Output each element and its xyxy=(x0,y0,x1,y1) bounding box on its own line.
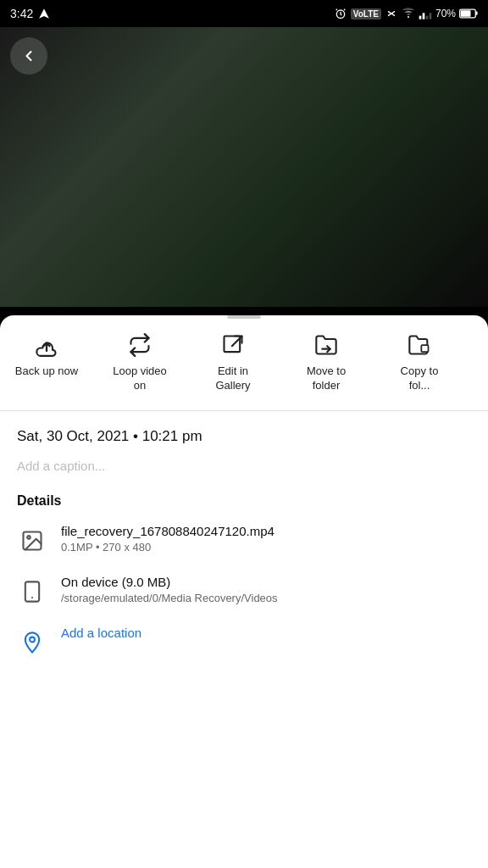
loop-svg xyxy=(128,333,152,357)
svg-marker-0 xyxy=(39,8,49,19)
location-text[interactable]: Add a location xyxy=(61,626,141,641)
file-detail-row: file_recovery_167808840247120.mp4 0.1MP … xyxy=(17,524,471,556)
svg-rect-16 xyxy=(25,581,39,601)
edit-external-svg xyxy=(221,333,245,357)
file-meta: 0.1MP • 270 x 480 xyxy=(61,541,274,554)
folder-move-icon xyxy=(313,332,339,358)
svg-rect-10 xyxy=(225,337,241,353)
battery-icon xyxy=(459,8,478,19)
action-copy[interactable]: Copy tofol... xyxy=(373,329,466,397)
file-info: file_recovery_167808840247120.mp4 0.1MP … xyxy=(61,524,274,554)
phone-icon xyxy=(17,576,47,607)
folder-copy-svg xyxy=(408,333,431,357)
status-icons: VoLTE 70% xyxy=(334,7,478,20)
storage-detail-row: On device (9.0 MB) /storage/emulated/0/M… xyxy=(17,575,471,607)
location-pin-icon xyxy=(17,627,47,658)
video-preview xyxy=(0,27,488,307)
backup-label: Back up now xyxy=(15,364,78,379)
date-time: Sat, 30 Oct, 2021 • 10:21 pm xyxy=(17,428,471,445)
details-title: Details xyxy=(17,493,471,509)
action-edit[interactable]: Edit inGallery xyxy=(186,329,280,397)
add-location-link[interactable]: Add a location xyxy=(61,626,141,640)
edit-external-icon xyxy=(220,332,246,358)
wifi-icon xyxy=(402,7,415,20)
phone-icon-svg xyxy=(20,580,44,604)
svg-rect-5 xyxy=(426,16,429,19)
location-icon-svg xyxy=(20,631,44,654)
edit-label: Edit inGallery xyxy=(215,364,250,393)
storage-info: On device (9.0 MB) /storage/emulated/0/M… xyxy=(61,575,278,604)
file-name: file_recovery_167808840247120.mp4 xyxy=(61,524,274,538)
svg-rect-9 xyxy=(461,10,471,17)
mute-icon xyxy=(385,7,398,20)
battery-text: 70% xyxy=(435,8,456,19)
bottom-sheet: Back up now Loop videoon xyxy=(0,315,488,868)
storage-path: /storage/emulated/0/Media Recovery/Video… xyxy=(61,592,278,604)
image-icon-svg xyxy=(20,529,44,553)
signal-icon xyxy=(419,7,432,20)
move-label: Move tofolder xyxy=(307,364,346,393)
actions-row: Back up now Loop videoon xyxy=(0,319,488,411)
location-detail-row[interactable]: Add a location xyxy=(17,626,471,658)
status-time: 3:42 xyxy=(10,7,50,20)
loop-label: Loop videoon xyxy=(113,364,167,393)
alarm-icon xyxy=(334,7,347,20)
action-move[interactable]: Move tofolder xyxy=(280,329,373,397)
storage-label: On device (9.0 MB) xyxy=(61,575,278,589)
svg-point-2 xyxy=(408,16,409,18)
svg-rect-4 xyxy=(423,13,425,19)
svg-rect-8 xyxy=(475,11,477,14)
image-file-icon xyxy=(17,526,47,556)
back-button[interactable] xyxy=(10,37,47,75)
svg-rect-6 xyxy=(430,13,432,19)
action-loop[interactable]: Loop videoon xyxy=(93,329,186,397)
back-arrow-icon xyxy=(20,47,37,64)
svg-point-15 xyxy=(27,536,30,539)
caption-field[interactable]: Add a caption... xyxy=(17,459,471,473)
status-bar: 3:42 VoLTE 70% xyxy=(0,0,488,27)
svg-rect-13 xyxy=(421,345,428,352)
cloud-upload-svg xyxy=(35,333,58,357)
volte-badge: VoLTE xyxy=(351,8,381,19)
copy-label: Copy tofol... xyxy=(401,364,439,393)
folder-copy-icon xyxy=(407,332,432,358)
action-backup[interactable]: Back up now xyxy=(0,329,93,397)
cloud-upload-icon xyxy=(34,332,59,358)
folder-move-svg xyxy=(314,333,338,357)
svg-point-18 xyxy=(30,637,35,642)
loop-icon xyxy=(127,332,152,358)
navigation-icon xyxy=(38,8,50,19)
svg-rect-3 xyxy=(419,16,422,19)
metadata-section: Sat, 30 Oct, 2021 • 10:21 pm Add a capti… xyxy=(0,411,488,658)
